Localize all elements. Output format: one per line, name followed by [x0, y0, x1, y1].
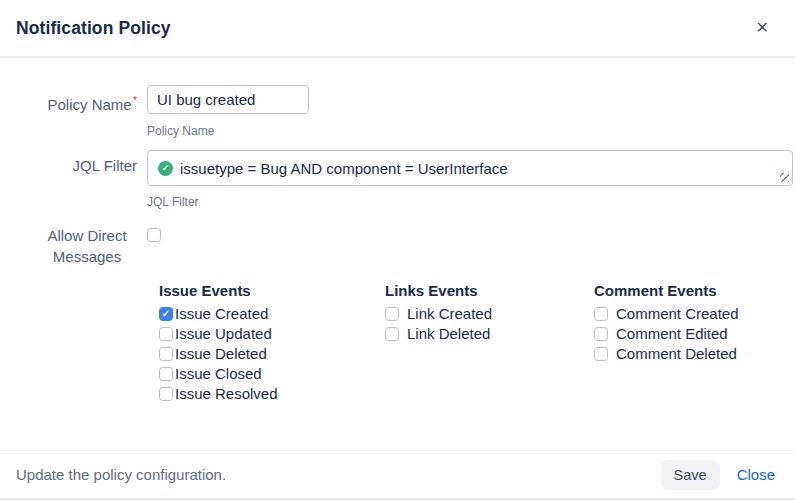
- footer-actions: Save Close: [661, 460, 775, 490]
- event-label: Issue Deleted: [175, 344, 267, 364]
- policy-name-row: Policy Name*: [0, 85, 795, 115]
- event-checkbox-row[interactable]: Issue Closed: [159, 364, 385, 384]
- close-icon[interactable]: ✕: [756, 20, 769, 36]
- event-label: Issue Resolved: [175, 384, 278, 404]
- event-checkbox-row[interactable]: Comment Edited: [594, 324, 795, 344]
- jql-filter-value: issuetype = Bug AND component = UserInte…: [180, 160, 508, 177]
- dialog-footer: Update the policy configuration. Save Cl…: [0, 450, 795, 500]
- policy-name-label: Policy Name*: [0, 85, 137, 115]
- event-group-column: Comment Events Comment CreatedComment Ed…: [594, 281, 795, 404]
- event-checkbox-row[interactable]: Issue Resolved: [159, 384, 385, 404]
- page-title: Notification Policy: [16, 18, 171, 39]
- event-label: Issue Updated: [175, 324, 272, 344]
- event-label: Link Created: [407, 304, 492, 324]
- policy-form: Policy Name* Policy Name JQL Filter issu…: [0, 58, 795, 404]
- valid-check-icon: [158, 161, 173, 176]
- allow-direct-messages-row: Allow Direct Messages: [0, 225, 795, 267]
- event-label: Comment Edited: [616, 324, 728, 344]
- allow-direct-messages-label: Allow Direct Messages: [0, 225, 137, 267]
- checkbox-icon[interactable]: [594, 307, 608, 321]
- checkbox-icon[interactable]: [385, 327, 399, 341]
- checkbox-icon[interactable]: [159, 347, 173, 361]
- checkbox-icon[interactable]: [159, 307, 173, 321]
- event-list: Comment CreatedComment EditedComment Del…: [594, 304, 795, 364]
- event-checkbox-row[interactable]: Issue Deleted: [159, 344, 385, 364]
- jql-filter-label: JQL Filter: [0, 150, 137, 176]
- event-list: Issue CreatedIssue UpdatedIssue DeletedI…: [159, 304, 385, 404]
- event-label: Issue Closed: [175, 364, 262, 384]
- required-asterisk: *: [133, 94, 137, 106]
- checkbox-icon[interactable]: [594, 327, 608, 341]
- event-checkbox-row[interactable]: Issue Updated: [159, 324, 385, 344]
- allow-direct-messages-checkbox[interactable]: [147, 228, 161, 242]
- event-label: Link Deleted: [407, 324, 490, 344]
- event-label: Comment Deleted: [616, 344, 737, 364]
- jql-filter-row: JQL Filter issuetype = Bug AND component…: [0, 150, 795, 186]
- event-checkbox-row[interactable]: Comment Deleted: [594, 344, 795, 364]
- event-label: Issue Created: [175, 304, 268, 324]
- event-checkbox-row[interactable]: Comment Created: [594, 304, 795, 324]
- status-text: Update the policy configuration.: [16, 466, 226, 483]
- policy-name-label-text: Policy Name: [48, 96, 132, 113]
- policy-name-input[interactable]: [147, 85, 309, 114]
- checkbox-icon[interactable]: [594, 347, 608, 361]
- close-button[interactable]: Close: [737, 466, 775, 483]
- jql-filter-input[interactable]: issuetype = Bug AND component = UserInte…: [147, 150, 793, 186]
- event-checkbox-row[interactable]: Issue Created: [159, 304, 385, 324]
- event-group-title: Comment Events: [594, 281, 795, 300]
- dialog-header: Notification Policy: [0, 0, 795, 58]
- checkbox-icon[interactable]: [159, 327, 173, 341]
- save-button[interactable]: Save: [661, 460, 720, 490]
- event-group-title: Issue Events: [159, 281, 385, 300]
- event-group-column: Issue Events Issue CreatedIssue UpdatedI…: [159, 281, 385, 404]
- event-checkbox-row[interactable]: Link Deleted: [385, 324, 594, 344]
- event-groups: Issue Events Issue CreatedIssue UpdatedI…: [159, 281, 795, 404]
- event-group-title: Links Events: [385, 281, 594, 300]
- checkbox-icon[interactable]: [159, 367, 173, 381]
- event-label: Comment Created: [616, 304, 739, 324]
- event-list: Link CreatedLink Deleted: [385, 304, 594, 344]
- notification-policy-dialog: Notification Policy ✕ Policy Name* Polic…: [0, 0, 795, 500]
- event-group-column: Links Events Link CreatedLink Deleted: [385, 281, 594, 404]
- checkbox-icon[interactable]: [159, 387, 173, 401]
- policy-name-helper: Policy Name: [147, 124, 795, 138]
- jql-filter-helper: JQL Filter: [147, 195, 795, 209]
- resize-handle-icon[interactable]: [780, 173, 789, 182]
- checkbox-icon[interactable]: [385, 307, 399, 321]
- event-checkbox-row[interactable]: Link Created: [385, 304, 594, 324]
